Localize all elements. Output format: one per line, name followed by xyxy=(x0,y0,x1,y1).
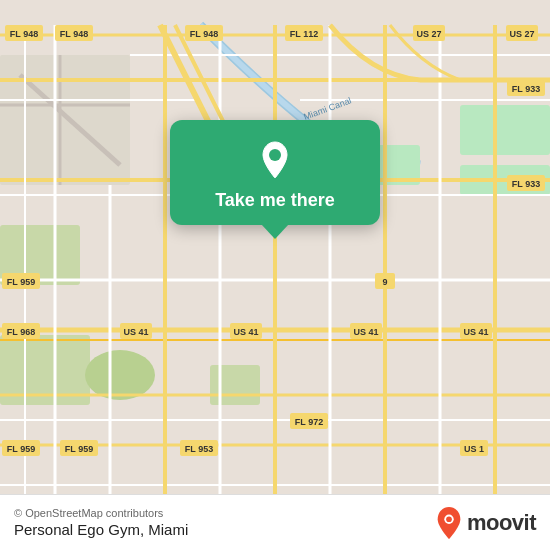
svg-point-7 xyxy=(85,350,155,400)
svg-text:9: 9 xyxy=(382,277,387,287)
svg-text:FL 933: FL 933 xyxy=(512,179,540,189)
svg-text:FL 948: FL 948 xyxy=(10,29,38,39)
svg-text:US 41: US 41 xyxy=(233,327,258,337)
svg-point-80 xyxy=(446,516,452,522)
svg-text:FL 948: FL 948 xyxy=(60,29,88,39)
attribution-text: © OpenStreetMap contributors xyxy=(14,507,188,519)
svg-rect-1 xyxy=(0,55,130,185)
location-pin-icon xyxy=(253,138,297,182)
bottom-left-info: © OpenStreetMap contributors Personal Eg… xyxy=(14,507,188,538)
svg-text:US 41: US 41 xyxy=(353,327,378,337)
svg-text:FL 953: FL 953 xyxy=(185,444,213,454)
svg-rect-8 xyxy=(210,365,260,405)
svg-text:US 27: US 27 xyxy=(509,29,534,39)
svg-text:US 27: US 27 xyxy=(416,29,441,39)
moovit-brand-text: moovit xyxy=(467,510,536,536)
svg-text:FL 972: FL 972 xyxy=(295,417,323,427)
map-container: FL 948 FL 112 US 27 US 27 FL 948 FL 948 … xyxy=(0,0,550,550)
svg-text:FL 948: FL 948 xyxy=(190,29,218,39)
popup-card: Take me there xyxy=(170,120,380,225)
moovit-logo: moovit xyxy=(435,506,536,540)
svg-text:FL 933: FL 933 xyxy=(512,84,540,94)
svg-text:US 41: US 41 xyxy=(463,327,488,337)
svg-text:FL 968: FL 968 xyxy=(7,327,35,337)
svg-point-78 xyxy=(269,149,281,161)
svg-text:FL 112: FL 112 xyxy=(290,29,318,39)
svg-text:FL 959: FL 959 xyxy=(7,444,35,454)
map-svg: FL 948 FL 112 US 27 US 27 FL 948 FL 948 … xyxy=(0,0,550,550)
svg-text:FL 959: FL 959 xyxy=(7,277,35,287)
svg-text:US 1: US 1 xyxy=(464,444,484,454)
place-name: Personal Ego Gym, Miami xyxy=(14,521,188,538)
svg-rect-10 xyxy=(460,105,550,155)
take-me-there-button[interactable]: Take me there xyxy=(215,190,335,211)
svg-text:US 41: US 41 xyxy=(123,327,148,337)
bottom-bar: © OpenStreetMap contributors Personal Eg… xyxy=(0,494,550,550)
moovit-pin-icon xyxy=(435,506,463,540)
svg-text:FL 959: FL 959 xyxy=(65,444,93,454)
